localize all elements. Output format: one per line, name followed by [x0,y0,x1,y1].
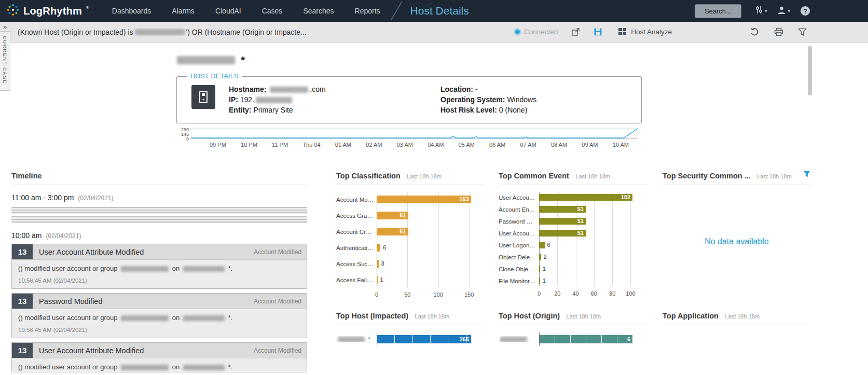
axis-tick-label: 80 [609,290,615,297]
timeline-event-card[interactable]: 13User Account Attribute ModifiedAccount… [11,342,307,372]
nav-item-searches[interactable]: Searches [303,7,334,15]
bar-value: 51 [399,229,408,234]
timeline-event-card[interactable]: 13User Account Attribute ModifiedAccount… [11,244,307,289]
chart-bar[interactable]: 51 [539,230,586,237]
search-button[interactable]: Search... [695,4,741,18]
no-data-message: No data available [663,237,811,246]
bar-value: 51 [399,213,408,218]
chart-bar[interactable] [377,276,378,284]
redacted-text [256,97,292,103]
chart-bar[interactable]: 51 [377,212,408,219]
panel-header: Top Application Last 18h 18m [663,311,811,325]
panel-title: Top Host (Origin) [499,312,560,320]
help-icon[interactable]: ? [801,6,810,16]
chevron-down-icon: ▾ [788,8,790,13]
host-analyze-icon [618,27,627,37]
undo-icon[interactable] [750,27,760,36]
chart-row: Object Deleted...2 [499,251,649,263]
axis-tick-label: 0 [375,291,378,298]
vertical-scrollbar[interactable] [808,46,812,95]
time-axis-label: 01 AM [335,142,351,148]
host-analyze-button[interactable]: Host Analyze [618,27,672,37]
panel-header: Top Security Common ... Last 18h 18m [663,171,811,185]
chart-bar[interactable] [539,242,545,248]
time-axis-label: 02 AM [366,142,382,148]
event-timestamp: 10:56:45 AM (02/04/2021) [12,273,307,288]
column-filter-menu[interactable]: ▾ [755,6,767,16]
bar-chart: 6 [499,331,649,347]
axis-tick-label: 150 [464,291,474,298]
nav-item-dashboards[interactable]: Dashboards [112,7,151,15]
print-icon[interactable] [774,27,783,36]
time-axis-label: 08 AM [551,142,567,148]
chart-bar[interactable] [539,254,541,260]
chart-bar[interactable]: 51 [539,218,586,225]
nav-item-alarms[interactable]: Alarms [172,7,195,15]
top-navigation-bar: LogRhythm ® Dashboards Alarms CloudAI Ca… [0,0,868,22]
time-axis-label: 10 PM [241,142,257,148]
user-menu[interactable]: ▾ [777,6,790,17]
host-icon [191,85,215,109]
panel-header: Timeline [11,171,307,185]
chart-category-label: Access Granted [336,213,377,219]
expand-panel-icon[interactable]: » [0,22,10,32]
panel-title: Top Host (Impacted) [336,312,408,320]
bar-value: 153 [459,197,471,202]
bar-value: 102 [621,195,632,200]
group-time: 11:00 am - 3:00 pm [11,193,74,202]
filter-funnel-icon[interactable] [798,27,807,36]
chart-bar[interactable] [539,266,540,272]
time-axis-label: 04 AM [428,142,444,148]
chart-bar[interactable]: 102 [539,194,632,201]
axis-tick-label: 40 [572,290,578,297]
bar-value: 1 [543,278,546,284]
redacted-text [500,337,527,342]
top-host-impacted-panel: Top Host (Impacted) Last 18h 18m *265 [336,311,486,347]
timeline-group-header[interactable]: 11:00 am - 3:00 pm (02/04/2021) [11,193,307,202]
panel-time-range: Last 18h 18m [757,173,792,179]
chart-bar[interactable] [539,277,540,284]
time-axis-label: 10 AM [613,142,629,148]
chart-category-label: Password Modif... [499,218,539,225]
main-menu: Dashboards Alarms CloudAI Cases Searches… [112,7,380,15]
nav-item-cloudai[interactable]: CloudAI [215,7,241,15]
chart-bar[interactable]: 51 [377,228,408,235]
risk-field: Host Risk Level: 0 (None) [440,106,536,114]
redacted-text [135,29,185,35]
event-description: () modified user account or group on *. [12,260,307,273]
chart-category-label: File Monitoring... [499,278,539,284]
chart-bar[interactable] [377,244,380,252]
timeline-event-card[interactable]: 13Password ModifiedAccount Modified() mo… [11,293,307,338]
location-field: Location: - [440,85,536,93]
registered-trademark: ® [86,5,89,10]
chart-category-label: Close Object Fai... [499,266,539,272]
current-case-tab[interactable]: » CURRENT CASE [0,22,10,91]
sparkline-x-axis: 09 PM10 PM11 PMThu 0401 AM02 AM03 AM04 A… [191,139,638,148]
chart-category-label [499,336,539,342]
panel-title: Timeline [11,172,42,180]
event-classification: Account Modified [254,248,307,256]
chart-bar[interactable]: 153 [377,196,471,203]
bar-value: 6 [383,245,386,251]
chart-bar[interactable]: 51 [539,206,586,213]
collapsed-events-rows [11,216,307,223]
redacted-text [183,266,225,272]
top-security-common-panel: Top Security Common ... Last 18h 18m No … [663,171,811,246]
bar-value: 3 [381,261,384,267]
timeline-group-header[interactable]: 10:00 am (02/04/2021) [11,231,307,240]
chart-gridlines [377,332,483,346]
pop-out-icon[interactable] [571,27,580,36]
nav-item-cases[interactable]: Cases [262,7,283,15]
panel-filter-funnel-icon[interactable] [803,170,811,180]
logrhythm-logo[interactable]: LogRhythm ® [6,3,89,19]
chart-row: Account Modifi...153 [336,191,486,207]
filter-query[interactable]: (Known Host (Origin or Impacted) is ') O… [18,28,307,36]
event-timestamp: 10:56:45 AM (02/04/2021) [12,323,307,338]
save-search-icon[interactable] [594,27,602,36]
chart-bar[interactable] [377,260,379,268]
chart-category-label: * [336,336,377,342]
bar-value: 1 [543,266,546,272]
nav-item-reports[interactable]: Reports [355,7,380,15]
collapsed-events-stack[interactable] [11,207,307,223]
time-axis-label: 11 PM [272,142,288,148]
